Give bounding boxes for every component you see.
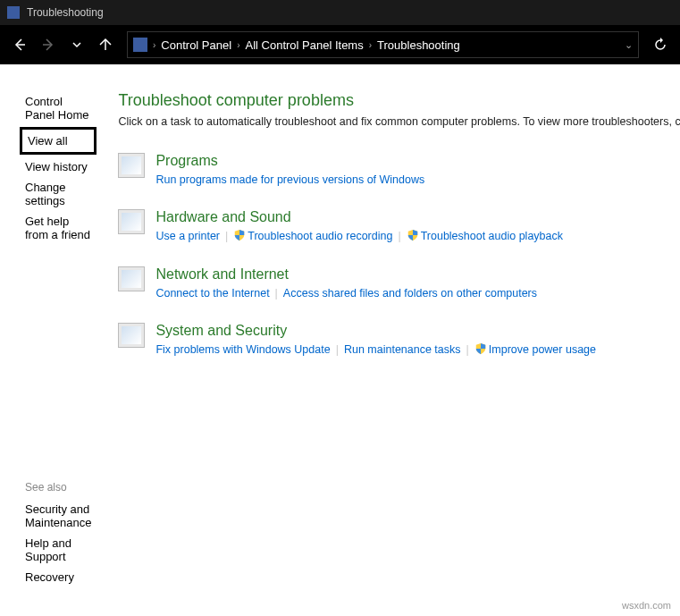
category-body: Hardware and SoundUse a printer|Troubles… bbox=[155, 209, 680, 246]
category-icon bbox=[118, 266, 145, 291]
recent-dropdown[interactable] bbox=[64, 32, 89, 57]
shield-icon bbox=[474, 343, 489, 356]
troubleshooter-link[interactable]: Troubleshoot audio playback bbox=[407, 227, 563, 246]
refresh-button[interactable] bbox=[648, 32, 673, 57]
shield-icon bbox=[233, 230, 248, 242]
breadcrumb-item[interactable]: Control Panel bbox=[157, 38, 235, 52]
chevron-right-icon[interactable]: › bbox=[367, 40, 374, 50]
link-separator: | bbox=[275, 287, 278, 300]
troubleshooter-link[interactable]: Fix problems with Windows Update bbox=[155, 341, 330, 359]
troubleshooter-link[interactable]: Run programs made for previous versions … bbox=[155, 171, 424, 190]
sidebar-item-change-settings[interactable]: Change settings bbox=[25, 177, 91, 211]
category-body: System and SecurityFix problems with Win… bbox=[155, 323, 680, 359]
category-row: System and SecurityFix problems with Win… bbox=[118, 323, 680, 359]
link-separator: | bbox=[225, 230, 228, 242]
address-icon bbox=[133, 38, 147, 52]
breadcrumb-item[interactable]: Troubleshooting bbox=[374, 38, 464, 52]
forward-button[interactable] bbox=[36, 32, 61, 57]
chevron-down-icon[interactable]: ⌄ bbox=[625, 39, 633, 51]
titlebar: Troubleshooting bbox=[0, 0, 680, 25]
sidebar: Control Panel Home View all View history… bbox=[0, 64, 102, 616]
category-body: Network and InternetConnect to the Inter… bbox=[155, 266, 680, 303]
link-label: Fix problems with Windows Update bbox=[155, 343, 330, 356]
troubleshooter-link[interactable]: Access shared files and folders on other… bbox=[283, 284, 537, 303]
shield-icon bbox=[407, 230, 421, 242]
troubleshooter-link[interactable]: Improve power usage bbox=[474, 341, 596, 359]
chevron-right-icon[interactable]: › bbox=[151, 40, 157, 50]
watermark: wsxdn.com bbox=[622, 600, 671, 611]
category-row: Hardware and SoundUse a printer|Troubles… bbox=[118, 209, 680, 246]
chevron-right-icon[interactable]: › bbox=[235, 40, 241, 50]
category-title[interactable]: Programs bbox=[155, 153, 680, 169]
seealso-help[interactable]: Help and Support bbox=[25, 533, 91, 567]
link-separator: | bbox=[466, 343, 469, 356]
breadcrumb-item[interactable]: All Control Panel Items bbox=[241, 38, 366, 52]
link-label: Improve power usage bbox=[489, 343, 596, 356]
link-label: Troubleshoot audio recording bbox=[248, 230, 392, 242]
category-title[interactable]: System and Security bbox=[155, 323, 680, 339]
link-label: Troubleshoot audio playback bbox=[421, 230, 563, 242]
page-heading: Troubleshoot computer problems bbox=[118, 91, 680, 110]
link-separator: | bbox=[398, 230, 400, 242]
page-subtitle: Click on a task to automatically trouble… bbox=[118, 115, 680, 128]
troubleshooter-link[interactable]: Troubleshoot audio recording bbox=[233, 227, 392, 246]
see-also-section: See also Security and Maintenance Help a… bbox=[25, 481, 91, 605]
link-separator: | bbox=[336, 343, 339, 356]
link-label: Run programs made for previous versions … bbox=[155, 173, 424, 186]
up-button[interactable] bbox=[93, 32, 118, 57]
window-title: Troubleshooting bbox=[27, 6, 104, 19]
category-title[interactable]: Hardware and Sound bbox=[155, 209, 680, 225]
category-title[interactable]: Network and Internet bbox=[155, 266, 680, 283]
sidebar-item-view-history[interactable]: View history bbox=[25, 156, 91, 177]
category-links: Use a printer|Troubleshoot audio recordi… bbox=[155, 227, 680, 246]
main-panel: Troubleshoot computer problems Click on … bbox=[102, 64, 680, 616]
category-body: ProgramsRun programs made for previous v… bbox=[155, 153, 680, 190]
address-bar[interactable]: › Control Panel › All Control Panel Item… bbox=[127, 31, 639, 58]
app-icon bbox=[7, 6, 20, 19]
troubleshooter-link[interactable]: Run maintenance tasks bbox=[344, 341, 461, 359]
link-label: Access shared files and folders on other… bbox=[283, 287, 537, 300]
seealso-security[interactable]: Security and Maintenance bbox=[25, 499, 91, 533]
category-links: Fix problems with Windows Update|Run mai… bbox=[155, 341, 680, 359]
sidebar-item-view-all[interactable]: View all bbox=[20, 127, 97, 155]
see-also-title: See also bbox=[25, 481, 91, 494]
link-label: Connect to the Internet bbox=[155, 287, 269, 300]
category-row: Network and InternetConnect to the Inter… bbox=[118, 266, 680, 303]
link-label: Run maintenance tasks bbox=[344, 343, 461, 356]
troubleshooter-link[interactable]: Connect to the Internet bbox=[155, 284, 269, 303]
content-area: Control Panel Home View all View history… bbox=[0, 64, 680, 616]
navbar: › Control Panel › All Control Panel Item… bbox=[0, 25, 680, 64]
category-row: ProgramsRun programs made for previous v… bbox=[118, 153, 680, 190]
category-icon bbox=[118, 209, 145, 234]
category-links: Run programs made for previous versions … bbox=[155, 171, 680, 190]
troubleshooter-link[interactable]: Use a printer bbox=[155, 227, 220, 246]
category-icon bbox=[118, 153, 145, 178]
sidebar-item-get-help[interactable]: Get help from a friend bbox=[25, 211, 91, 245]
seealso-recovery[interactable]: Recovery bbox=[25, 567, 91, 587]
link-label: Use a printer bbox=[155, 230, 220, 242]
category-links: Connect to the Internet|Access shared fi… bbox=[155, 284, 680, 303]
category-icon bbox=[118, 323, 145, 348]
sidebar-item-home[interactable]: Control Panel Home bbox=[25, 91, 91, 125]
back-button[interactable] bbox=[7, 32, 32, 57]
